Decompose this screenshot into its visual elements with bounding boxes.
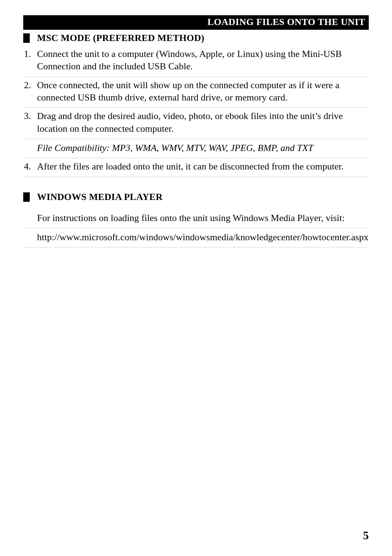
section-wmp-title: WINDOWS MEDIA PLAYER bbox=[37, 192, 163, 203]
file-compatibility-row: File Compatibility: MP3, WMA, WMV, MTV, … bbox=[23, 139, 369, 158]
step-number: 4. bbox=[23, 160, 37, 173]
wmp-intro-row: For instructions on loading files onto t… bbox=[23, 209, 369, 228]
step-text: After the files are loaded onto the unit… bbox=[37, 160, 369, 173]
step-text: Connect the unit to a computer (Windows,… bbox=[37, 48, 369, 73]
step-number: 1. bbox=[23, 48, 37, 73]
step-text: Drag and drop the desired audio, video, … bbox=[37, 110, 369, 135]
step-3-row: 3. Drag and drop the desired audio, vide… bbox=[23, 108, 369, 139]
step-text: Once connected, the unit will show up on… bbox=[37, 79, 369, 104]
file-compatibility-text: File Compatibility: MP3, WMA, WMV, MTV, … bbox=[37, 142, 369, 154]
section-wmp-title-row: WINDOWS MEDIA PLAYER bbox=[23, 192, 369, 203]
step-4-row: 4. After the files are loaded onto the u… bbox=[23, 158, 369, 177]
bullet-square-icon bbox=[23, 33, 30, 43]
wmp-url-row: http://www.microsoft.com/windows/windows… bbox=[23, 228, 369, 248]
wmp-url-text: http://www.microsoft.com/windows/windows… bbox=[37, 231, 369, 244]
page-header-title: LOADING FILES ONTO THE UNIT bbox=[208, 17, 365, 27]
step-number: 2. bbox=[23, 79, 37, 104]
indent-spacer bbox=[23, 231, 37, 244]
bullet-square-icon bbox=[23, 192, 30, 202]
page-header-bar: LOADING FILES ONTO THE UNIT bbox=[23, 15, 369, 30]
page-number: 5 bbox=[363, 529, 369, 542]
indent-spacer bbox=[23, 142, 37, 154]
step-1-row: 1. Connect the unit to a computer (Windo… bbox=[23, 46, 369, 77]
indent-spacer bbox=[23, 212, 37, 224]
step-2-row: 2. Once connected, the unit will show up… bbox=[23, 77, 369, 108]
section-msc-title: MSC MODE (PREFERRED METHOD) bbox=[37, 33, 204, 44]
section-msc-title-row: MSC MODE (PREFERRED METHOD) bbox=[23, 33, 369, 44]
step-number: 3. bbox=[23, 110, 37, 135]
wmp-intro-text: For instructions on loading files onto t… bbox=[37, 212, 369, 224]
